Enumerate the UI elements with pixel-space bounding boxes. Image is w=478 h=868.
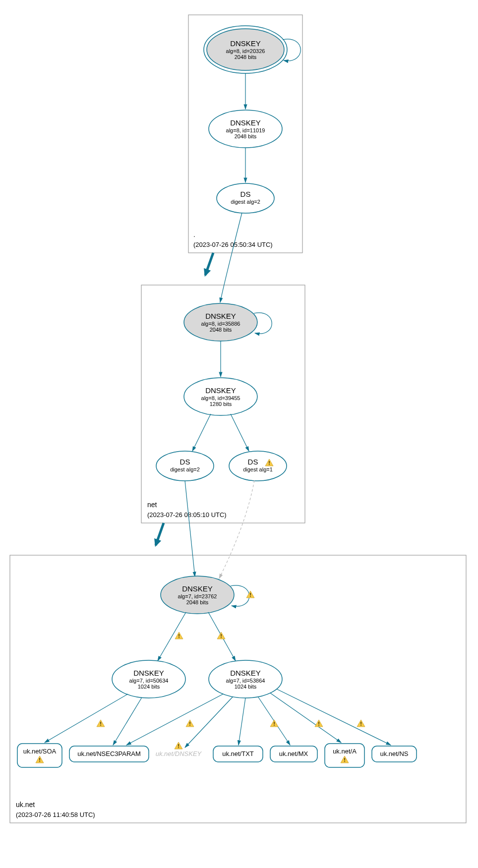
svg-text:!: ! <box>273 721 275 727</box>
warning-icon: ! <box>270 720 278 727</box>
edge-zsk2-txt <box>239 698 245 745</box>
node-uknet-ksk-title: DNSKEY <box>182 584 213 593</box>
edge-net-zsk-ds2 <box>192 414 211 451</box>
warning-icon: ! <box>315 720 323 727</box>
warning-icon: ! <box>246 591 254 598</box>
zone-uknet-label: uk.net <box>16 801 35 809</box>
zone-net-timestamp: (2023-07-26 08:05:10 UTC) <box>147 511 227 519</box>
svg-point-7 <box>229 451 287 481</box>
node-root-ksk-alg: alg=8, id=20326 <box>226 48 265 54</box>
rrset-soa-label: uk.net/SOA <box>23 748 57 755</box>
edge-delegation-net-uknet <box>156 523 164 545</box>
svg-text:!: ! <box>178 633 180 639</box>
edge-zsk2-nsec3param <box>126 694 223 745</box>
svg-text:!: ! <box>220 633 222 639</box>
svg-text:!: ! <box>344 757 346 763</box>
edge-zsk1-nsec3param <box>113 697 142 745</box>
node-uknet-zsk2-title: DNSKEY <box>230 669 261 677</box>
node-root-zsk-title: DNSKEY <box>230 118 261 127</box>
node-net-ds2-alg: digest alg=2 <box>170 466 200 472</box>
warning-icon: ! <box>217 632 225 639</box>
edge-zsk2-dnskey <box>185 696 233 748</box>
zone-net-label: net <box>147 501 157 509</box>
node-root-zsk[interactable]: DNSKEY alg=8, id=11019 2048 bits <box>209 110 282 148</box>
rrset-mx-label: uk.net/MX <box>279 750 308 757</box>
rrset-ns-label: uk.net/NS <box>380 750 408 757</box>
node-net-ksk[interactable]: DNSKEY alg=8, id=35886 2048 bits <box>184 303 257 341</box>
node-root-ksk[interactable]: DNSKEY alg=8, id=20326 2048 bits <box>204 26 287 73</box>
node-uknet-ksk-bits: 2048 bits <box>186 599 209 605</box>
rrset-soa[interactable]: uk.net/SOA ! <box>17 744 62 767</box>
node-net-ksk-alg: alg=8, id=35886 <box>201 321 240 327</box>
node-net-ds2[interactable]: DS digest alg=2 <box>156 451 214 481</box>
warning-icon: ! <box>175 742 182 749</box>
node-net-ksk-title: DNSKEY <box>205 312 236 320</box>
svg-text:!: ! <box>318 721 320 727</box>
edge-net-ds1-uknet-ksk <box>219 480 254 579</box>
zone-root-label: . <box>193 231 195 238</box>
node-net-zsk-bits: 1280 bits <box>210 401 232 407</box>
node-net-ksk-bits: 2048 bits <box>210 327 232 333</box>
node-uknet-zsk2-bits: 1024 bits <box>235 684 257 690</box>
rrset-a-label: uk.net/A <box>333 748 357 755</box>
node-root-zsk-alg: alg=8, id=11019 <box>226 127 265 133</box>
node-uknet-zsk2-alg: alg=7, id=53864 <box>226 678 265 684</box>
rrset-dnskey-label: uk.net/DNSKEY <box>156 750 202 757</box>
svg-text:!: ! <box>360 721 362 727</box>
rrset-nsec3param[interactable]: uk.net/NSEC3PARAM <box>69 746 149 762</box>
rrset-txt[interactable]: uk.net/TXT <box>213 746 263 762</box>
node-net-ds1[interactable]: DS digest alg=1 <box>229 451 287 481</box>
node-uknet-ksk-alg: alg=7, id=23762 <box>178 593 217 599</box>
svg-text:!: ! <box>100 721 102 727</box>
rrset-a[interactable]: uk.net/A ! <box>325 744 364 767</box>
zone-uknet-timestamp: (2023-07-26 11:40:58 UTC) <box>16 811 95 818</box>
edge-zsk2-a <box>270 693 341 743</box>
node-net-ds1-title: DS <box>248 458 258 466</box>
edge-zsk2-ns <box>277 689 391 745</box>
svg-text:!: ! <box>189 721 191 727</box>
node-uknet-zsk1-bits: 1024 bits <box>138 684 160 690</box>
rrset-nsec3param-label: uk.net/NSEC3PARAM <box>77 750 141 757</box>
node-uknet-zsk1-title: DNSKEY <box>133 669 164 677</box>
dnssec-diagram: . (2023-07-26 05:50:34 UTC) DNSKEY alg=8… <box>0 0 478 868</box>
svg-text:!: ! <box>178 743 179 749</box>
rrset-dnskey-placeholder: uk.net/DNSKEY ! <box>156 742 202 757</box>
node-root-ds-alg: digest alg=2 <box>231 199 260 205</box>
warning-icon: ! <box>97 720 105 727</box>
node-net-ds2-title: DS <box>180 458 190 466</box>
edge-delegation-root-net <box>205 253 213 275</box>
edge-root-ds-net-ksk <box>220 213 242 302</box>
node-net-zsk[interactable]: DNSKEY alg=8, id=39455 1280 bits <box>184 378 257 415</box>
rrset-mx[interactable]: uk.net/MX <box>270 746 317 762</box>
svg-text:!: ! <box>249 592 251 598</box>
node-root-ksk-title: DNSKEY <box>230 39 261 48</box>
svg-point-3 <box>217 183 274 213</box>
svg-point-6 <box>156 451 214 481</box>
node-net-ds1-alg: digest alg=1 <box>243 466 273 472</box>
node-uknet-ksk[interactable]: DNSKEY alg=7, id=23762 2048 bits <box>161 576 234 614</box>
node-net-zsk-alg: alg=8, id=39455 <box>201 395 240 401</box>
rrset-txt-label: uk.net/TXT <box>222 750 254 757</box>
svg-text:!: ! <box>39 757 41 763</box>
edge-zsk1-soa <box>45 694 128 743</box>
warning-icon: ! <box>186 720 194 727</box>
rrset-ns[interactable]: uk.net/NS <box>372 746 417 762</box>
warning-icon: ! <box>357 720 365 727</box>
edge-net-zsk-ds1 <box>231 414 249 451</box>
node-uknet-zsk1[interactable]: DNSKEY alg=7, id=50634 1024 bits <box>112 660 185 698</box>
warning-icon: ! <box>175 632 183 639</box>
node-root-ds-title: DS <box>240 190 251 198</box>
node-uknet-zsk1-alg: alg=7, id=50634 <box>129 678 169 684</box>
edge-net-ds2-uknet-ksk <box>185 481 195 577</box>
node-root-ksk-bits: 2048 bits <box>235 54 257 60</box>
node-uknet-zsk2[interactable]: DNSKEY alg=7, id=53864 1024 bits <box>209 660 282 698</box>
node-root-zsk-bits: 2048 bits <box>235 133 257 139</box>
svg-text:!: ! <box>268 460 270 466</box>
node-root-ds[interactable]: DS digest alg=2 <box>217 183 274 213</box>
node-net-zsk-title: DNSKEY <box>205 386 236 395</box>
